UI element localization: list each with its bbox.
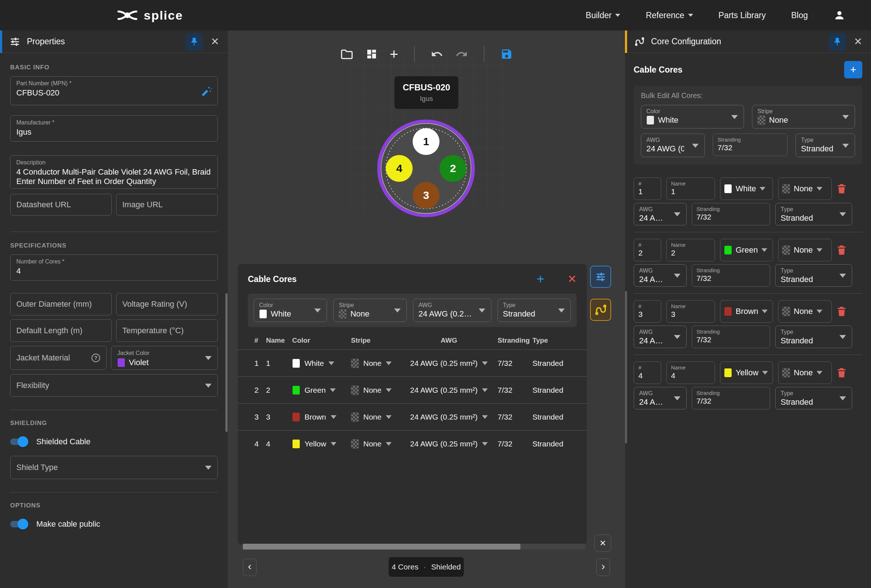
next-view-button[interactable]: ›	[596, 559, 610, 576]
bulk-stripe-dropdown[interactable]: Stripe None	[333, 299, 407, 322]
core-num-field[interactable]: # 1	[634, 178, 661, 200]
row-stripe-dropdown[interactable]: None	[351, 412, 400, 422]
row-stripe-dropdown[interactable]: None	[351, 439, 400, 449]
delete-core-button[interactable]	[837, 367, 846, 378]
core-stranding-field[interactable]: Stranding 7/32	[692, 387, 770, 409]
delete-core-button[interactable]	[837, 306, 846, 317]
open-folder-button[interactable]	[340, 48, 353, 60]
core-stripe-dropdown[interactable]: None	[778, 300, 832, 323]
bulk-type-dropdown[interactable]: Type Stranded	[796, 133, 855, 157]
row-color-dropdown[interactable]: White	[292, 359, 351, 368]
bulk-awg-dropdown[interactable]: AWG 24 AWG (0…	[641, 133, 705, 157]
bulk-type-dropdown[interactable]: Type Stranded	[498, 299, 571, 322]
flexibility-dropdown[interactable]: Flexibility	[10, 374, 218, 397]
row-stripe-dropdown[interactable]: None	[351, 359, 400, 368]
jacket-color-dropdown[interactable]: Jacket Color Violet	[111, 346, 218, 370]
magic-wand-icon[interactable]	[200, 85, 212, 98]
datasheet-url-field[interactable]: Datasheet URL	[10, 194, 112, 215]
make-public-toggle[interactable]	[10, 521, 27, 527]
core-color-dropdown[interactable]: White	[720, 178, 773, 200]
delete-core-button[interactable]	[837, 183, 846, 194]
temperature-field[interactable]: Temperature (°C)	[116, 319, 218, 342]
core-awg-dropdown[interactable]: AWG 24 A…	[634, 326, 687, 348]
core-name-field[interactable]: Name 4	[666, 362, 715, 384]
row-stripe-dropdown[interactable]: None	[351, 386, 400, 395]
account-button[interactable]	[833, 9, 846, 21]
help-icon[interactable]: ?	[91, 353, 100, 363]
shield-type-dropdown[interactable]: Shield Type	[10, 456, 218, 479]
core-num-field[interactable]: # 2	[634, 239, 661, 261]
core-type-dropdown[interactable]: Type Stranded	[775, 203, 852, 225]
outer-diameter-field[interactable]: Outer Diameter (mm)	[10, 293, 112, 316]
save-button[interactable]	[500, 48, 513, 60]
bulk-color-dropdown[interactable]: Color White	[254, 299, 327, 322]
add-core-button[interactable]: +	[844, 61, 862, 78]
table-row[interactable]: 3 3 Brown None 24 AWG (0.25 mm²) 7/32 St…	[238, 404, 587, 431]
core-stripe-dropdown[interactable]: None	[778, 178, 832, 200]
core-type-dropdown[interactable]: Type Stranded	[775, 326, 852, 348]
core-type-dropdown[interactable]: Type Stranded	[775, 264, 852, 287]
add-core-button[interactable]: +	[537, 272, 544, 286]
core-name-field[interactable]: Name 1	[666, 178, 715, 200]
row-awg-dropdown[interactable]: 24 AWG (0.25 mm²)	[400, 413, 498, 421]
bulk-stripe-dropdown[interactable]: Stripe None	[752, 105, 855, 129]
core-num-field[interactable]: # 4	[634, 362, 661, 384]
row-awg-dropdown[interactable]: 24 AWG (0.25 mm²)	[400, 359, 498, 368]
core-awg-dropdown[interactable]: AWG 24 A…	[634, 387, 687, 409]
pin-panel-button[interactable]	[186, 33, 203, 51]
close-cores-panel-button[interactable]: ✕	[594, 535, 611, 552]
description-field[interactable]: Description 4 Conductor Multi-Pair Cable…	[10, 156, 218, 189]
table-row[interactable]: 1 1 White None 24 AWG (0.25 mm²) 7/32 St…	[238, 350, 587, 377]
default-length-field[interactable]: Default Length (m)	[10, 319, 112, 342]
table-row[interactable]: 2 2 Green None 24 AWG (0.25 mm²) 7/32 St…	[238, 377, 587, 404]
dashboard-button[interactable]	[366, 48, 377, 60]
redo-button[interactable]	[455, 48, 468, 60]
add-button[interactable]: +	[390, 47, 398, 61]
bulk-awg-dropdown[interactable]: AWG 24 AWG (0.2…	[413, 299, 491, 322]
prev-view-button[interactable]: ‹	[243, 559, 257, 576]
undo-button[interactable]	[431, 48, 443, 60]
cable-canvas[interactable]: + CFBUS-020 Igus 1 2 3	[228, 30, 625, 588]
row-color-dropdown[interactable]: Yellow	[292, 439, 351, 449]
core-color-dropdown[interactable]: Brown	[720, 300, 773, 323]
nav-blog[interactable]: Blog	[791, 10, 808, 20]
core-num-field[interactable]: # 3	[634, 300, 661, 323]
core-name-field[interactable]: Name 3	[666, 300, 715, 323]
core-stranding-field[interactable]: Stranding 7/32	[692, 203, 770, 225]
nav-builder[interactable]: Builder	[586, 10, 621, 20]
core-awg-dropdown[interactable]: AWG 24 A…	[634, 264, 687, 287]
table-row[interactable]: 4 4 Yellow None 24 AWG (0.25 mm²) 7/32 S…	[238, 431, 587, 457]
delete-cores-button[interactable]: ✕	[567, 274, 577, 284]
toggle-core-config-panel-button[interactable]	[590, 299, 611, 321]
horizontal-scrollbar[interactable]	[243, 544, 585, 549]
row-color-dropdown[interactable]: Brown	[292, 412, 351, 422]
bulk-color-dropdown[interactable]: Color White	[641, 105, 744, 129]
jacket-material-field[interactable]: Jacket Material ?	[10, 346, 107, 370]
core-stranding-field[interactable]: Stranding 7/32	[692, 264, 770, 287]
cable-cross-section[interactable]: 1 2 3 4	[372, 114, 480, 223]
core-stranding-field[interactable]: Stranding 7/32	[692, 326, 770, 348]
part-number-field[interactable]: Part Number (MPN) * CFBUS-020	[10, 76, 218, 105]
row-color-dropdown[interactable]: Green	[292, 386, 351, 395]
row-awg-dropdown[interactable]: 24 AWG (0.25 mm²)	[400, 386, 498, 395]
core-awg-dropdown[interactable]: AWG 24 A…	[634, 203, 687, 225]
core-stripe-dropdown[interactable]: None	[778, 362, 832, 384]
right-panel-scrollbar[interactable]	[625, 291, 627, 444]
core-color-dropdown[interactable]: Yellow	[720, 362, 773, 384]
core-color-dropdown[interactable]: Green	[720, 239, 773, 261]
close-panel-icon[interactable]: ✕	[211, 36, 219, 48]
close-panel-icon[interactable]: ✕	[854, 36, 862, 48]
row-awg-dropdown[interactable]: 24 AWG (0.25 mm²)	[400, 440, 498, 448]
voltage-rating-field[interactable]: Voltage Rating (V)	[116, 293, 218, 316]
left-panel-scrollbar[interactable]	[225, 293, 227, 432]
core-stripe-dropdown[interactable]: None	[778, 239, 832, 261]
delete-core-button[interactable]	[837, 245, 846, 256]
nav-reference[interactable]: Reference	[646, 10, 693, 20]
toggle-properties-panel-button[interactable]	[590, 266, 611, 288]
scrollbar-thumb[interactable]	[243, 544, 521, 549]
image-url-field[interactable]: Image URL	[116, 194, 218, 215]
core-type-dropdown[interactable]: Type Stranded	[775, 387, 852, 409]
splice-logo[interactable]: splice	[117, 7, 183, 23]
part-label[interactable]: CFBUS-020 Igus	[395, 76, 458, 109]
bulk-stranding-field[interactable]: Stranding 7/32	[713, 133, 787, 156]
